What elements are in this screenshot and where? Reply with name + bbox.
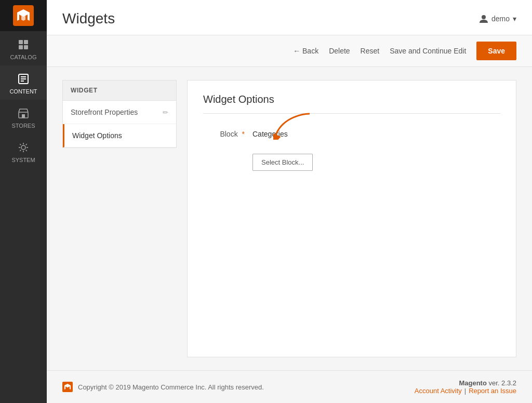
sidebar-item-catalog-label: CATALOG bbox=[10, 54, 37, 60]
page-title: Widgets bbox=[62, 10, 115, 27]
svg-rect-1 bbox=[19, 40, 23, 44]
save-button[interactable]: Save bbox=[476, 42, 516, 60]
widget-nav-header: WIDGET bbox=[63, 80, 176, 101]
svg-rect-7 bbox=[21, 78, 26, 79]
footer-logo-icon bbox=[62, 382, 73, 392]
sidebar: CATALOG CONTENT STORES bbox=[0, 0, 47, 403]
reset-button[interactable]: Reset bbox=[361, 47, 380, 55]
user-icon bbox=[479, 14, 488, 23]
required-indicator: * bbox=[242, 130, 245, 138]
top-header: Widgets demo ▾ bbox=[47, 0, 532, 35]
footer-copyright: Copyright © 2019 Magento Commerce Inc. A… bbox=[78, 383, 264, 391]
footer-left: Copyright © 2019 Magento Commerce Inc. A… bbox=[62, 382, 264, 392]
footer-right: Magento ver. 2.3.2 Account Activity | Re… bbox=[415, 379, 516, 395]
sidebar-logo bbox=[0, 0, 47, 31]
account-activity-link[interactable]: Account Activity bbox=[415, 387, 462, 395]
svg-point-11 bbox=[21, 145, 25, 150]
nav-item-storefront[interactable]: Storefront Properties ✏ bbox=[63, 101, 176, 124]
main-content: Widgets demo ▾ ← Back Delete Reset Save … bbox=[47, 0, 532, 403]
nav-item-widget-options[interactable]: Widget Options bbox=[63, 124, 176, 147]
svg-rect-6 bbox=[21, 76, 26, 77]
back-button[interactable]: ← Back bbox=[293, 47, 318, 55]
block-value: Categories bbox=[252, 130, 288, 138]
left-panel: WIDGET Storefront Properties ✏ Widget Op… bbox=[62, 80, 177, 357]
svg-rect-2 bbox=[24, 40, 28, 44]
user-caret-icon: ▾ bbox=[513, 15, 516, 23]
storefront-label: Storefront Properties bbox=[71, 108, 138, 116]
system-icon bbox=[17, 141, 30, 154]
right-panel: Widget Options Block * bbox=[187, 80, 516, 357]
toolbar: ← Back Delete Reset Save and Continue Ed… bbox=[47, 35, 532, 67]
user-menu[interactable]: demo ▾ bbox=[479, 14, 516, 23]
sidebar-item-stores-label: STORES bbox=[11, 123, 35, 129]
svg-rect-10 bbox=[22, 114, 25, 118]
block-form-row: Block * Categories bbox=[203, 127, 500, 138]
sidebar-item-system-label: SYSTEM bbox=[11, 157, 35, 163]
save-continue-button[interactable]: Save and Continue Edit bbox=[390, 47, 466, 55]
sidebar-item-stores[interactable]: STORES bbox=[0, 100, 47, 134]
catalog-icon bbox=[17, 38, 30, 51]
content-icon bbox=[17, 73, 30, 85]
block-label: Block * bbox=[203, 127, 245, 138]
magento-logo-icon bbox=[13, 5, 34, 26]
edit-icon: ✏ bbox=[163, 109, 168, 116]
widget-options-label: Widget Options bbox=[72, 131, 122, 140]
sidebar-item-system[interactable]: SYSTEM bbox=[0, 134, 47, 168]
select-block-row: Select Block... bbox=[203, 149, 500, 171]
svg-rect-3 bbox=[19, 45, 23, 49]
content-area: WIDGET Storefront Properties ✏ Widget Op… bbox=[47, 67, 532, 370]
svg-rect-8 bbox=[21, 80, 24, 82]
footer-version: Magento ver. 2.3.2 bbox=[415, 379, 516, 387]
footer-links: Account Activity | Report an Issue bbox=[415, 387, 516, 395]
delete-button[interactable]: Delete bbox=[329, 47, 350, 55]
svg-point-12 bbox=[482, 15, 486, 19]
select-block-button[interactable]: Select Block... bbox=[252, 154, 313, 171]
sidebar-item-catalog[interactable]: CATALOG bbox=[0, 31, 47, 65]
sidebar-item-content-label: CONTENT bbox=[9, 88, 37, 95]
stores-icon bbox=[17, 107, 30, 119]
block-value-container: Categories bbox=[252, 127, 288, 138]
footer-separator: | bbox=[464, 387, 466, 395]
widget-nav: WIDGET Storefront Properties ✏ Widget Op… bbox=[62, 80, 177, 148]
username: demo bbox=[491, 15, 510, 23]
report-issue-link[interactable]: Report an Issue bbox=[469, 387, 516, 395]
svg-rect-4 bbox=[24, 45, 28, 49]
footer: Copyright © 2019 Magento Commerce Inc. A… bbox=[47, 370, 532, 403]
sidebar-item-content[interactable]: CONTENT bbox=[0, 65, 47, 100]
section-title: Widget Options bbox=[203, 93, 500, 114]
